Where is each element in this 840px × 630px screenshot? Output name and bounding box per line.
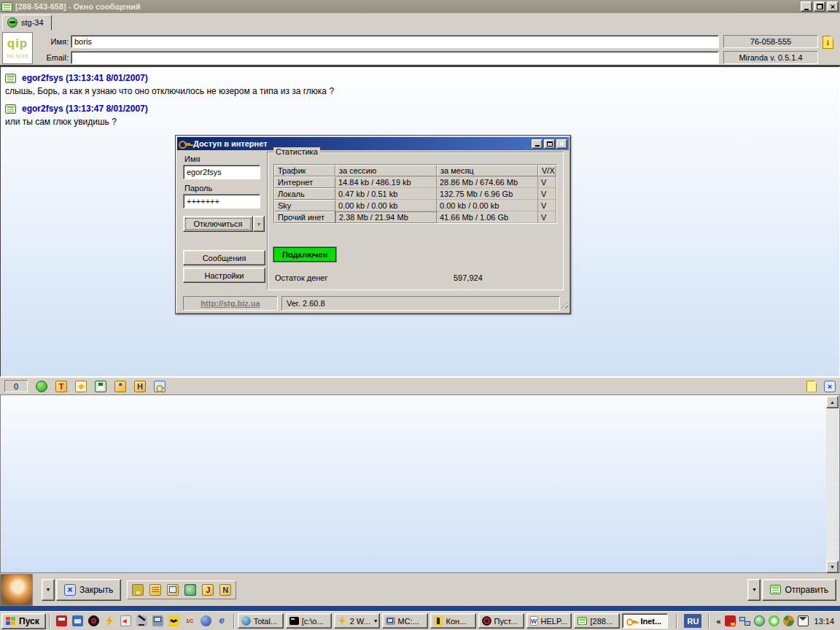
1c-v8-icon[interactable]: 1С [184, 615, 195, 626]
col-header-vx[interactable]: V/X [538, 165, 556, 176]
qip-flower-icon[interactable] [769, 615, 779, 626]
resize-grip[interactable] [559, 300, 568, 308]
start-button-label: Пуск [19, 616, 39, 626]
history-icon[interactable]: H [134, 381, 146, 392]
new-file-icon[interactable] [806, 381, 817, 392]
notes-icon[interactable] [149, 584, 161, 596]
taskbar-separator [708, 614, 709, 629]
internet-explorer-icon[interactable]: e [217, 615, 228, 626]
tray-clock[interactable]: 13:14 [814, 617, 835, 626]
dialog-name-label: Имя [184, 155, 200, 163]
dialog-password-label: Пароль [184, 184, 212, 192]
col-header-month[interactable]: за месяц [437, 165, 538, 176]
snowflake-icon[interactable]: * [114, 381, 126, 392]
media-player-icon[interactable] [201, 615, 211, 626]
close-chat-button[interactable]: × Закрыть [56, 579, 121, 601]
taskbar-task-kon[interactable]: Кон... [430, 613, 476, 629]
key-icon [179, 139, 190, 148]
key-stamp-icon[interactable] [154, 381, 166, 392]
language-indicator[interactable]: RU [684, 614, 701, 628]
close-button[interactable]: × [827, 1, 839, 12]
window-select-icon[interactable] [167, 584, 179, 596]
statistics-legend: Статистика [273, 147, 320, 156]
journal-icon[interactable]: J [202, 584, 214, 596]
red-floppy-icon[interactable] [56, 615, 67, 626]
contact-info-panel: qip no icon Имя: Email: 76-058-555 Miran… [0, 31, 840, 66]
contact-name-input[interactable] [71, 35, 719, 48]
dialog-minimize-button[interactable] [532, 139, 542, 149]
scroll-up-button[interactable]: ▲ [826, 396, 839, 408]
tray-chevron[interactable]: « [716, 617, 720, 626]
red-circle-icon[interactable] [88, 615, 99, 626]
send-button[interactable]: Отправить [762, 579, 836, 601]
message-text: или ты сам глюк увидишь ? [5, 117, 835, 127]
mail-bat-icon[interactable] [798, 615, 809, 626]
stg-link[interactable]: http://stg.biz.ua [188, 299, 273, 308]
minimize-button[interactable] [801, 1, 812, 12]
dialog-name-input[interactable] [183, 165, 260, 179]
message-header: egor2fsys (13:13:47 8/01/2007) [22, 104, 148, 114]
text-format-icon[interactable]: T [55, 381, 67, 392]
close-button-label: Закрыть [79, 585, 113, 595]
quote-icon[interactable]: „ [132, 584, 144, 596]
message-note-icon [5, 104, 16, 114]
taskbar-task-winamp-group[interactable]: 2 W... ▼ [334, 613, 380, 629]
smiley-icon[interactable] [36, 381, 47, 392]
paint-bucket-icon[interactable] [75, 381, 87, 392]
blue-mail-icon[interactable] [72, 615, 83, 626]
wrench-icon[interactable] [184, 584, 196, 596]
compose-scrollbar[interactable]: ▲ ▼ [826, 396, 839, 573]
dialog-close-button[interactable]: × [556, 139, 567, 149]
close-x-icon[interactable]: × [824, 381, 836, 392]
gold-key-icon [627, 617, 637, 624]
taskbar-task-inet[interactable]: Inet... [622, 613, 668, 629]
connection-status-badge: Подключен [273, 247, 336, 262]
tab-label: stg-34 [21, 18, 44, 27]
table-cell: 14.84 kb / 486.19 kb [335, 176, 437, 188]
balance-value: 597,924 [454, 273, 483, 282]
send-options-dropdown[interactable]: ▼ [747, 579, 761, 601]
contact-status-icon [7, 18, 18, 28]
compose-input-area[interactable]: ▲ ▼ [0, 394, 840, 573]
taskbar-task-pust[interactable]: Пуст... [478, 613, 524, 629]
disconnect-dropdown[interactable]: ▼ [253, 216, 265, 232]
contact-email-input[interactable] [71, 51, 719, 64]
winamp-lightning-icon[interactable] [104, 615, 115, 626]
info-icon[interactable]: i [822, 36, 833, 49]
dialog-maximize-button[interactable] [544, 139, 555, 149]
tab-bar: stg-34 [0, 13, 840, 31]
send-button-label: Отправить [785, 585, 828, 595]
red-key-arrow-icon[interactable] [120, 615, 131, 626]
taskbar-task-total[interactable]: Total... [238, 613, 284, 629]
remote-computer-icon[interactable] [152, 615, 163, 626]
yellow-sign-icon [434, 616, 443, 626]
taskbar-task-help[interactable]: W HELP... [526, 613, 572, 629]
windows-logo-icon [6, 617, 16, 626]
restore-button[interactable] [814, 1, 825, 12]
bat-icon[interactable] [168, 615, 179, 626]
clock-icon[interactable] [754, 615, 765, 626]
start-button[interactable]: Пуск [1, 613, 46, 629]
dialog-messages-button[interactable]: Сообщения [183, 250, 265, 265]
dialog-settings-button[interactable]: Настройки [183, 268, 265, 283]
scroll-down-button[interactable]: ▼ [826, 561, 839, 573]
bottom-button-bar: ▼ × Закрыть „ J N ▼ Отправить [0, 573, 840, 606]
save-icon[interactable] [95, 381, 106, 392]
close-options-dropdown[interactable]: ▼ [42, 579, 55, 601]
dialog-password-input[interactable] [183, 194, 260, 209]
red-grid-key-icon[interactable] [725, 615, 736, 626]
globe-icon[interactable] [783, 615, 794, 626]
taskbar-task-console[interactable]: [c:\o... [286, 613, 332, 629]
tab-stg-34[interactable]: stg-34 [2, 15, 52, 31]
col-header-traffic[interactable]: Трафик [274, 165, 335, 176]
network-icon[interactable] [739, 615, 750, 626]
disconnect-button[interactable]: Отключиться [183, 216, 253, 232]
telescope-icon[interactable] [136, 615, 147, 626]
taskbar-task-288[interactable]: [288... [574, 613, 620, 629]
user-avatar-image [0, 574, 33, 606]
taskbar-task-mc[interactable]: MC:... [382, 613, 428, 629]
send-note-icon [770, 585, 781, 594]
col-header-session[interactable]: за сессию [335, 165, 437, 176]
taskbar-separator [233, 614, 235, 629]
notify-icon[interactable]: N [219, 584, 231, 596]
